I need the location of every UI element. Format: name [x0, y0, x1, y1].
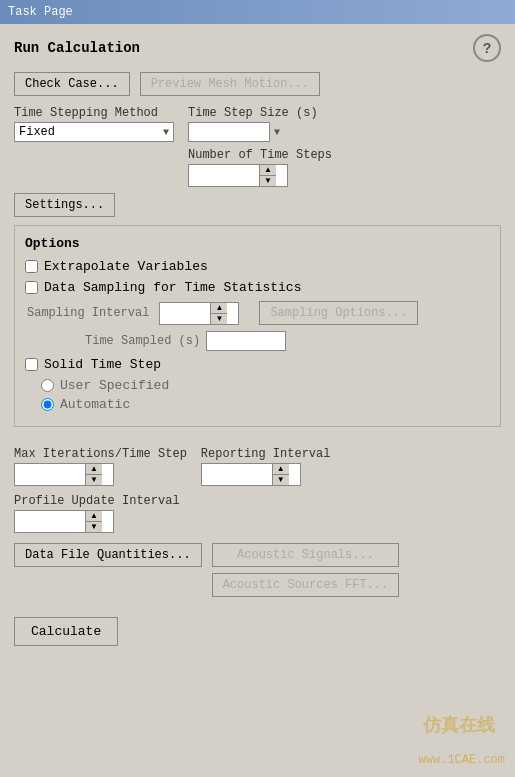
- title-bar-label: Task Page: [8, 5, 73, 19]
- number-of-time-steps-input[interactable]: 720: [189, 167, 259, 185]
- profile-update-interval-down[interactable]: ▼: [86, 522, 102, 532]
- user-specified-radio[interactable]: [41, 379, 54, 392]
- time-stepping-method-select[interactable]: Fixed Variable: [19, 125, 169, 139]
- reporting-interval-label: Reporting Interval: [201, 447, 331, 461]
- automatic-radio[interactable]: [41, 398, 54, 411]
- profile-update-interval-up[interactable]: ▲: [86, 511, 102, 522]
- profile-update-interval-label: Profile Update Interval: [14, 494, 501, 508]
- settings-button[interactable]: Settings...: [14, 193, 115, 217]
- sampling-interval-input[interactable]: 1: [160, 304, 210, 322]
- help-button[interactable]: ?: [473, 34, 501, 62]
- reporting-interval-up[interactable]: ▲: [273, 464, 289, 475]
- page-title: Run Calculation: [14, 40, 140, 56]
- extrapolate-variables-label: Extrapolate Variables: [44, 259, 208, 274]
- time-step-size-label: Time Step Size (s): [188, 106, 332, 120]
- preview-mesh-motion-button[interactable]: Preview Mesh Motion...: [140, 72, 320, 96]
- number-of-time-steps-down[interactable]: ▼: [260, 176, 276, 186]
- reporting-interval-input[interactable]: 1: [202, 466, 272, 484]
- max-iterations-down[interactable]: ▼: [86, 475, 102, 485]
- data-sampling-checkbox[interactable]: [25, 281, 38, 294]
- extrapolate-variables-checkbox[interactable]: [25, 260, 38, 273]
- profile-update-interval-input[interactable]: 1: [15, 513, 85, 531]
- time-sampled-input[interactable]: 0: [206, 331, 286, 351]
- solid-time-step-label: Solid Time Step: [44, 357, 161, 372]
- number-of-time-steps-label: Number of Time Steps: [188, 148, 332, 162]
- time-step-size-dropdown-icon: ▼: [274, 127, 280, 138]
- automatic-label: Automatic: [60, 397, 130, 412]
- max-iterations-input[interactable]: 20: [15, 466, 85, 484]
- max-iterations-label: Max Iterations/Time Step: [14, 447, 187, 461]
- reporting-interval-down[interactable]: ▼: [273, 475, 289, 485]
- sampling-interval-label: Sampling Interval: [27, 306, 149, 320]
- options-title: Options: [25, 236, 490, 251]
- data-file-quantities-button[interactable]: Data File Quantities...: [14, 543, 202, 567]
- acoustic-sources-fft-button[interactable]: Acoustic Sources FFT...: [212, 573, 400, 597]
- check-case-button[interactable]: Check Case...: [14, 72, 130, 96]
- solid-time-step-checkbox[interactable]: [25, 358, 38, 371]
- data-sampling-label: Data Sampling for Time Statistics: [44, 280, 301, 295]
- sampling-interval-down[interactable]: ▼: [211, 314, 227, 324]
- user-specified-label: User Specified: [60, 378, 169, 393]
- acoustic-signals-button[interactable]: Acoustic Signals...: [212, 543, 400, 567]
- max-iterations-up[interactable]: ▲: [86, 464, 102, 475]
- number-of-time-steps-up[interactable]: ▲: [260, 165, 276, 176]
- calculate-button[interactable]: Calculate: [14, 617, 118, 646]
- sampling-options-button[interactable]: Sampling Options...: [259, 301, 418, 325]
- sampling-interval-up[interactable]: ▲: [211, 303, 227, 314]
- time-step-size-input[interactable]: 5: [189, 123, 269, 141]
- time-stepping-method-label: Time Stepping Method: [14, 106, 174, 120]
- time-sampled-label: Time Sampled (s): [85, 334, 200, 348]
